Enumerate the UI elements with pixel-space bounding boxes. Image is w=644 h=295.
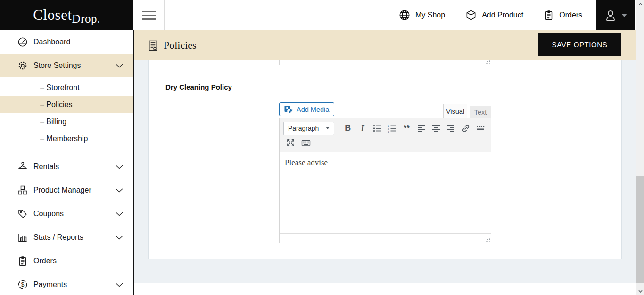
globe-icon xyxy=(398,9,411,21)
dashboard-icon xyxy=(17,36,28,48)
cube-icon xyxy=(465,9,477,21)
editor-toolbar: Paragraph B I xyxy=(280,118,491,152)
sidebar-item-dashboard[interactable]: Dashboard xyxy=(0,30,133,54)
orders-link[interactable]: Orders xyxy=(543,9,582,21)
sidebar-label: Coupons xyxy=(33,210,64,218)
chevron-down-icon xyxy=(326,127,330,129)
sidebar-subitem-policies[interactable]: – Policies xyxy=(0,96,133,113)
sidebar-sublabel: – Membership xyxy=(40,135,88,143)
hamburger-icon xyxy=(142,8,156,22)
chevron-down-icon xyxy=(621,14,627,17)
editor-content-area[interactable]: Please advise xyxy=(280,152,491,233)
hamburger-menu-button[interactable] xyxy=(133,0,165,30)
clipboard-icon xyxy=(17,255,28,267)
blockquote-button[interactable]: “ xyxy=(400,125,413,132)
add-media-label: Add Media xyxy=(297,106,329,113)
clipboard-icon xyxy=(543,9,554,21)
boxes-icon xyxy=(17,185,28,196)
page-title-group: Policies xyxy=(148,30,197,60)
gear-icon xyxy=(17,60,28,71)
sidebar-item-product-manager[interactable]: Product Manager xyxy=(0,178,133,202)
chevron-down-icon xyxy=(116,283,123,287)
align-right-button[interactable] xyxy=(444,122,457,135)
bar-chart-icon xyxy=(17,232,28,243)
sidebar-sublabel: – Storefront xyxy=(40,84,80,92)
sidebar-label: Store Settings xyxy=(33,61,81,70)
topbar-menu: My Shop Add Product Orders xyxy=(398,0,582,30)
policies-document-icon xyxy=(148,40,158,51)
sidebar-item-orders[interactable]: Orders xyxy=(0,249,133,273)
media-icon xyxy=(284,105,293,114)
sidebar-sublabel: – Policies xyxy=(40,101,72,109)
bulleted-list-button[interactable] xyxy=(371,122,384,135)
top-bar: ClosetDrop. My Shop Add Product xyxy=(0,0,636,30)
bold-button[interactable]: B xyxy=(341,122,355,135)
read-more-button[interactable] xyxy=(474,122,487,135)
sidebar-subitem-membership[interactable]: – Membership xyxy=(0,130,133,147)
sidebar-label: Payments xyxy=(33,280,67,289)
editor-paragraph: Please advise xyxy=(285,158,486,168)
paragraph-format-value: Paragraph xyxy=(288,125,319,132)
my-shop-label: My Shop xyxy=(415,11,445,19)
settings-card: Dry Cleaning Policy Add Media Visual xyxy=(148,60,622,259)
chevron-down-icon xyxy=(116,236,123,240)
person-icon xyxy=(603,8,618,22)
sidebar-label: Product Manager xyxy=(33,186,91,194)
sidebar-subitem-storefront[interactable]: – Storefront xyxy=(0,79,133,96)
resize-grip-icon[interactable] xyxy=(485,60,490,64)
orders-label: Orders xyxy=(559,11,582,19)
fullscreen-button[interactable] xyxy=(283,136,297,150)
sidebar-label: Orders xyxy=(33,257,57,265)
add-product-label: Add Product xyxy=(482,11,523,19)
chevron-down-icon xyxy=(116,188,123,193)
previous-editor-textarea[interactable] xyxy=(279,60,491,65)
tag-icon xyxy=(17,208,28,219)
add-product-link[interactable]: Add Product xyxy=(465,9,523,21)
keyboard-shortcuts-button[interactable] xyxy=(299,136,313,150)
footer-strip xyxy=(134,283,636,295)
scroll-down-arrow[interactable] xyxy=(636,287,644,295)
add-media-button[interactable]: Add Media xyxy=(279,102,334,116)
sidebar-label: Dashboard xyxy=(33,38,70,46)
dollar-circle-icon: $ xyxy=(17,279,28,290)
italic-button[interactable]: I xyxy=(356,122,369,135)
sidebar-label: Rentals xyxy=(33,162,59,171)
page-scrollbar[interactable] xyxy=(636,0,644,295)
sidebar-item-coupons[interactable]: Coupons xyxy=(0,202,133,226)
account-menu[interactable] xyxy=(596,0,635,30)
numbered-list-button[interactable]: 123 xyxy=(385,122,398,135)
save-options-button[interactable]: SAVE OPTIONS xyxy=(538,33,621,56)
sidebar-item-rentals[interactable]: Rentals xyxy=(0,155,133,178)
chevron-down-icon xyxy=(116,212,123,216)
hanger-icon xyxy=(17,161,28,172)
chevron-down-icon xyxy=(116,64,123,68)
logo-text-drop: Drop. xyxy=(72,12,100,25)
editor-status-bar xyxy=(280,233,491,243)
sidebar-item-store-settings[interactable]: Store Settings xyxy=(0,54,133,77)
align-left-button[interactable] xyxy=(415,122,428,135)
tab-text[interactable]: Text xyxy=(470,106,491,118)
page-header: Policies SAVE OPTIONS xyxy=(134,30,636,60)
sidebar: Dashboard Store Settings – Storefront – … xyxy=(0,30,134,295)
sidebar-item-stats-reports[interactable]: Stats / Reports xyxy=(0,226,133,249)
resize-grip-icon[interactable] xyxy=(485,238,490,242)
sidebar-subitem-billing[interactable]: – Billing xyxy=(0,113,133,130)
editor-mode-tabs: Visual Text xyxy=(443,104,491,118)
logo[interactable]: ClosetDrop. xyxy=(0,0,133,30)
logo-text-closet: Closet xyxy=(33,7,72,24)
field-label: Dry Cleaning Policy xyxy=(165,83,232,91)
align-center-button[interactable] xyxy=(429,122,443,135)
paragraph-format-select[interactable]: Paragraph xyxy=(283,122,334,135)
svg-text:3: 3 xyxy=(388,130,389,133)
wysiwyg-editor: Add Media Visual Text Paragraph B I xyxy=(279,102,491,243)
svg-text:$: $ xyxy=(21,281,25,288)
link-button[interactable] xyxy=(459,122,472,135)
tab-visual[interactable]: Visual xyxy=(443,104,467,118)
page-title: Policies xyxy=(164,39,197,51)
sidebar-label: Stats / Reports xyxy=(33,233,83,242)
sidebar-item-payments[interactable]: $ Payments xyxy=(0,273,133,295)
main-content: Dry Cleaning Policy Add Media Visual xyxy=(134,60,636,283)
my-shop-link[interactable]: My Shop xyxy=(398,9,445,21)
scrollbar-thumb[interactable] xyxy=(636,176,644,283)
scroll-up-arrow[interactable] xyxy=(636,0,644,8)
